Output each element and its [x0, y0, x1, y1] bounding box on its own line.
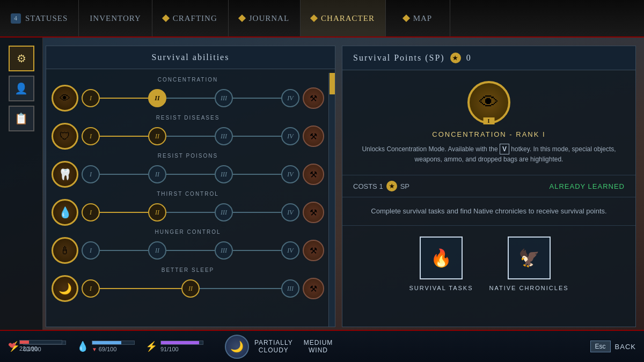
cost-label: COSTS 1 ★ SP [353, 181, 409, 191]
nav-item-inventory[interactable]: Inventory [79, 0, 152, 36]
native-chronicles-label: NATIVE CHRONICLES [489, 285, 569, 291]
native-chronicles-item[interactable]: 🦅 NATIVE CHRONICLES [489, 237, 569, 291]
rank-line-resist_diseases-3 [233, 136, 281, 137]
rank-node-hunger_control-0[interactable]: I [82, 241, 100, 260]
lock-node-better_sleep[interactable]: ⚒ [303, 278, 324, 299]
rank-node-resist_poisons-2[interactable]: III [215, 165, 233, 183]
rank-line-hunger_control-2 [166, 250, 215, 251]
abilities-list: CONCENTRATION👁IIIIIIIV⚒RESIST DISEASES🛡I… [46, 69, 335, 308]
rank-line-concentration-1 [100, 98, 148, 99]
sidebar-icon-abilities[interactable]: ⚙ [9, 46, 34, 71]
rank-node-thirst_control-2[interactable]: III [215, 203, 233, 221]
rank-node-hunger_control-1[interactable]: II [148, 241, 166, 260]
ability-row-better_sleep: 🌙IIIIII⚒ [52, 275, 324, 302]
detail-description: Unlocks Concentration Mode. Available wi… [353, 144, 625, 164]
rank-line-resist_poisons-1 [100, 174, 148, 175]
energy-bar-fill [161, 341, 199, 344]
nav-item-journal[interactable]: Journal [229, 0, 301, 36]
ability-icon-better_sleep[interactable]: 🌙 [52, 275, 78, 302]
wind-section: MEDIUMWIND [304, 339, 333, 354]
journal-label: Journal [249, 14, 289, 23]
nav-item-crafting[interactable]: Crafting [152, 0, 229, 36]
sp-count: 0 [466, 53, 472, 63]
lock-node-concentration[interactable]: ⚒ [303, 87, 324, 109]
left-panel: Survival abilities CONCENTRATION👁IIIIIII… [46, 46, 335, 327]
back-label[interactable]: BACK [615, 343, 636, 351]
inventory-label: Inventory [90, 14, 141, 23]
rank-node-resist_poisons-1[interactable]: II [148, 165, 166, 183]
rank-node-thirst_control-1[interactable]: II [148, 203, 166, 221]
lock-node-resist_poisons[interactable]: ⚒ [303, 164, 324, 185]
rank-node-hunger_control-3[interactable]: IV [281, 241, 299, 260]
health-bar-bg [19, 340, 62, 344]
rank-node-thirst_control-3[interactable]: IV [281, 203, 299, 221]
scroll-bar[interactable] [328, 73, 335, 327]
rank-line-hunger_control-3 [233, 250, 281, 251]
sp-title: Survival Points (SP) [353, 53, 445, 63]
lock-node-hunger_control[interactable]: ⚒ [303, 240, 324, 261]
tasks-section: 🔥 SURVIVAL TASKS 🦅 NATIVE CHRONICLES [342, 226, 635, 302]
health-bar-container: 22/100 [19, 340, 62, 352]
rank-node-better_sleep-0[interactable]: I [82, 279, 100, 298]
lock-node-thirst_control[interactable]: ⚒ [303, 202, 324, 223]
already-learned-status: ALREADY LEARNED [550, 182, 625, 190]
rank-nodes-concentration: IIIIIIIV [82, 89, 299, 107]
rank-nodes-hunger_control: IIIIIIIV [82, 241, 299, 260]
rank-node-resist_diseases-0[interactable]: I [82, 127, 100, 145]
ability-icon-resist_diseases[interactable]: 🛡 [52, 123, 78, 150]
energy-group: ⚡ 91/100 [145, 341, 203, 352]
statuses-badge: 4 [11, 13, 21, 24]
esc-key[interactable]: Esc [590, 341, 611, 352]
survival-tasks-icon: 🔥 [420, 237, 463, 279]
sp-star-icon: ★ [450, 53, 461, 63]
nav-item-map[interactable]: Map [386, 0, 450, 36]
rank-node-resist_poisons-0[interactable]: I [82, 165, 100, 183]
ability-icon-thirst_control[interactable]: 💧 [52, 199, 78, 226]
survival-points-info: Complete survival tasks and find Native … [342, 197, 635, 226]
rank-line-concentration-2 [166, 98, 215, 99]
rank-node-better_sleep-1[interactable]: II [181, 279, 200, 298]
water-warning: ▼ [92, 346, 99, 352]
water-bar-fill [92, 341, 121, 344]
energy-bar-container: 91/100 [160, 341, 203, 352]
rank-line-resist_diseases-2 [166, 136, 215, 137]
rank-node-resist_diseases-3[interactable]: IV [281, 127, 299, 145]
ability-icon-resist_poisons[interactable]: 🦷 [52, 161, 78, 188]
ability-icon-concentration[interactable]: 👁 [52, 85, 78, 112]
nav-bar: 4 Statuses Inventory Crafting Journal Ch… [0, 0, 644, 38]
rank-node-thirst_control-0[interactable]: I [82, 203, 100, 221]
sidebar-icon-skills[interactable]: 📋 [9, 106, 34, 131]
detail-icon: 👁 I [467, 81, 510, 124]
ability-detail: 👁 I CONCENTRATION - RANK I Unlocks Conce… [342, 70, 635, 175]
rank-nodes-better_sleep: IIIIII [82, 279, 299, 298]
rank-node-concentration-2[interactable]: III [215, 89, 233, 107]
rank-line-resist_poisons-3 [233, 174, 281, 175]
survival-tasks-item[interactable]: 🔥 SURVIVAL TASKS [409, 237, 473, 291]
health-bar-fill [20, 341, 29, 344]
rank-node-resist_poisons-3[interactable]: IV [281, 165, 299, 183]
ability-icon-hunger_control[interactable]: 🕯 [52, 237, 78, 264]
nav-item-statuses[interactable]: 4 Statuses [0, 0, 79, 36]
left-panel-title: Survival abilities [46, 46, 335, 69]
nav-item-character[interactable]: Character [301, 0, 386, 36]
rank-node-concentration-3[interactable]: IV [281, 89, 299, 107]
map-diamond-icon [402, 14, 410, 22]
water-value: ▼ 69/100 [92, 346, 135, 352]
cost-unit: SP [400, 182, 409, 190]
rank-line-hunger_control-1 [100, 250, 148, 251]
energy-value: 91/100 [160, 346, 203, 352]
rank-node-concentration-0[interactable]: I [82, 89, 100, 107]
ability-row-resist_diseases: 🛡IIIIIIIV⚒ [52, 123, 324, 150]
character-diamond-icon [310, 14, 318, 22]
crafting-diamond-icon [162, 14, 170, 22]
rank-node-resist_diseases-1[interactable]: II [148, 127, 166, 145]
lock-node-resist_diseases[interactable]: ⚒ [303, 125, 324, 147]
wind-text: MEDIUMWIND [304, 339, 333, 354]
hotkey-v: V [500, 144, 509, 154]
sidebar-icon-status2[interactable]: 👤 [9, 76, 34, 101]
rank-node-concentration-1[interactable]: II [148, 89, 166, 107]
journal-diamond-icon [238, 14, 246, 22]
rank-node-hunger_control-2[interactable]: III [215, 241, 233, 260]
rank-node-better_sleep-2[interactable]: III [281, 279, 299, 298]
rank-node-resist_diseases-2[interactable]: III [215, 127, 233, 145]
